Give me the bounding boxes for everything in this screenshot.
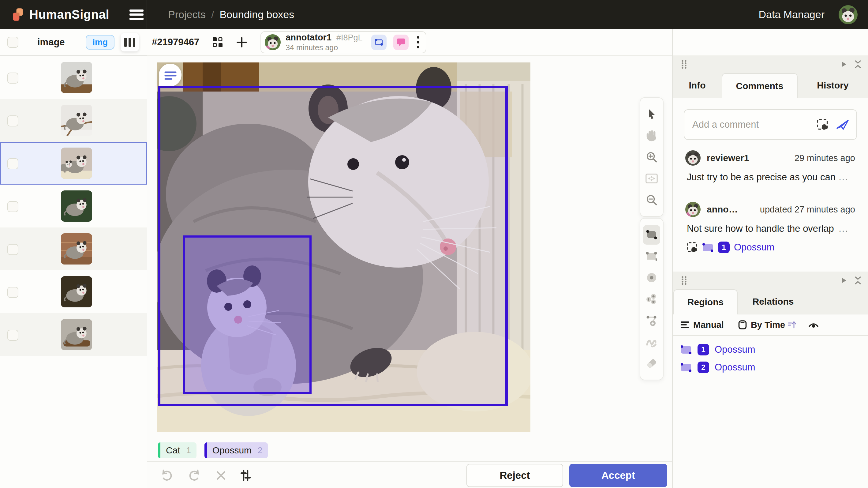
reset-icon[interactable] [215, 470, 226, 481]
tab-history[interactable]: History [798, 73, 868, 98]
drag-handle-icon[interactable] [681, 276, 687, 285]
comment-more-icon[interactable]: ... [839, 223, 848, 234]
task-row[interactable] [0, 185, 147, 227]
comment-more-icon[interactable]: ... [839, 172, 848, 183]
toggle-visibility-icon[interactable] [808, 321, 819, 329]
region-label: Opossum [715, 362, 755, 373]
task-checkbox[interactable] [7, 158, 18, 169]
menu-hamburger-icon[interactable] [129, 9, 144, 20]
annotation-id: #I8PgL [336, 33, 363, 42]
zoom-out-icon[interactable] [643, 189, 660, 211]
rectangle-tool-icon[interactable] [643, 225, 660, 245]
task-checkbox[interactable] [7, 330, 18, 341]
task-checkbox[interactable] [7, 244, 18, 255]
drag-handle-icon[interactable] [681, 60, 687, 69]
add-annotation-icon[interactable] [236, 36, 248, 48]
undo-icon[interactable] [160, 469, 173, 482]
keypoints-tool-icon[interactable] [643, 288, 660, 310]
user-avatar[interactable] [839, 5, 858, 24]
top-bar: HumanSignal Projects / Bounding boxes Da… [0, 0, 868, 29]
detach-panel-icon[interactable] [840, 61, 847, 68]
comment-time: updated 27 minutes ago [760, 205, 855, 215]
comment-input[interactable]: Add a comment [684, 109, 857, 140]
eraser-tool-icon[interactable] [643, 353, 660, 374]
label-studio-app: HumanSignal Projects / Bounding boxes Da… [0, 0, 868, 488]
fit-to-screen-icon[interactable] [643, 168, 660, 189]
tab-info[interactable]: Info [673, 73, 722, 98]
order-by-icon [738, 319, 747, 330]
task-row[interactable] [0, 270, 147, 313]
task-thumbnail[interactable] [61, 276, 92, 307]
reject-button[interactable]: Reject [466, 464, 563, 487]
grid-view-icon[interactable] [212, 37, 223, 48]
zoom-in-icon[interactable] [643, 146, 660, 168]
attach-region-icon[interactable] [816, 119, 829, 131]
tab-regions[interactable]: Regions [673, 289, 738, 314]
task-row-selected[interactable] [0, 142, 147, 185]
task-thumbnail[interactable] [61, 105, 92, 136]
bottom-action-bar: Reject Accept [147, 461, 672, 488]
outliner-tabs: Regions Relations [673, 289, 868, 314]
details-panel-header [673, 55, 868, 73]
detach-panel-icon[interactable] [840, 277, 847, 284]
task-image[interactable] [157, 62, 530, 432]
tab-comments[interactable]: Comments [722, 73, 798, 98]
label-chip-opossum[interactable]: Opossum 2 [205, 443, 268, 458]
task-row[interactable] [0, 313, 147, 356]
comments-indicator-icon[interactable] [393, 35, 409, 50]
regions-indicator-icon[interactable] [371, 35, 386, 50]
task-thumbnail[interactable] [61, 62, 92, 93]
rectangle-region-icon [680, 363, 692, 372]
task-thumbnail[interactable] [61, 319, 92, 350]
task-thumbnail[interactable] [61, 233, 92, 265]
region-row[interactable]: 1 Opossum [673, 341, 868, 359]
commenter-name: anno… [707, 204, 738, 215]
select-all-checkbox[interactable] [7, 37, 18, 48]
task-checkbox[interactable] [7, 115, 18, 126]
comment-linked-region[interactable]: 1 Opossum [687, 242, 868, 253]
settings-sliders-icon[interactable] [239, 469, 252, 482]
collapse-panel-icon[interactable] [854, 60, 862, 69]
annotator-avatar [265, 34, 281, 50]
pan-tool-icon[interactable] [643, 125, 660, 146]
comment-time: 29 minutes ago [795, 153, 855, 163]
logo-text: HumanSignal [29, 8, 109, 22]
redo-icon[interactable] [188, 469, 201, 482]
view-tools [640, 97, 663, 217]
commenter-avatar [685, 202, 701, 217]
brush-tool-icon[interactable] [643, 331, 660, 353]
comment-item: reviewer1 29 minutes ago Just try to be … [673, 150, 868, 183]
group-by-control[interactable]: Manual [680, 320, 724, 330]
region-comment-bubble-icon[interactable] [157, 62, 183, 89]
column-type-badge[interactable]: img [86, 35, 115, 50]
move-tool-icon[interactable] [643, 103, 660, 125]
task-thumbnail[interactable] [61, 148, 92, 179]
collapse-panel-icon[interactable] [854, 276, 862, 285]
polygon-tool-icon[interactable] [643, 310, 660, 331]
ellipse-tool-icon[interactable] [643, 267, 660, 288]
breadcrumb-projects[interactable]: Projects [168, 8, 206, 21]
task-thumbnail[interactable] [61, 190, 92, 222]
send-comment-icon[interactable] [836, 119, 850, 130]
label-chip-cat[interactable]: Cat 1 [158, 443, 196, 458]
annotation-selector[interactable]: annotator1 #I8PgL 34 minutes ago [260, 31, 426, 53]
sort-direction-icon[interactable] [787, 320, 797, 329]
task-checkbox[interactable] [7, 201, 18, 212]
task-row[interactable] [0, 99, 147, 142]
task-row[interactable] [0, 56, 147, 99]
data-manager-link[interactable]: Data Manager [759, 8, 825, 21]
task-row[interactable] [0, 227, 147, 270]
more-options-icon[interactable] [416, 35, 420, 49]
tab-relations[interactable]: Relations [738, 289, 809, 314]
order-by-control[interactable]: By Time [738, 319, 785, 330]
panel-spacer [673, 29, 868, 55]
columns-icon[interactable] [121, 33, 139, 52]
task-checkbox[interactable] [7, 287, 18, 298]
rectangle-region-icon [680, 345, 692, 355]
region-row[interactable]: 2 Opossum [673, 359, 868, 376]
three-point-rectangle-tool-icon[interactable] [643, 246, 660, 267]
accept-button[interactable]: Accept [569, 464, 667, 487]
bounding-box-opossum-2[interactable] [183, 236, 312, 394]
label-name: Opossum [212, 445, 252, 456]
task-checkbox[interactable] [7, 72, 18, 84]
